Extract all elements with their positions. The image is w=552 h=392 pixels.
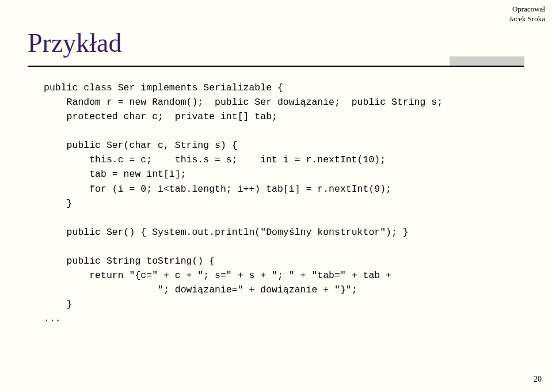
attribution-line2: Jacek Sroka bbox=[509, 14, 545, 24]
attribution-line1: Opracował bbox=[509, 5, 545, 14]
attribution: Opracował Jacek Sroka bbox=[509, 5, 545, 24]
page-title: Przykład bbox=[28, 28, 122, 58]
title-shadow bbox=[450, 56, 524, 66]
title-underline bbox=[28, 66, 524, 67]
code-block: public class Ser implements Serializable… bbox=[44, 81, 443, 326]
page-number: 20 bbox=[534, 375, 542, 384]
